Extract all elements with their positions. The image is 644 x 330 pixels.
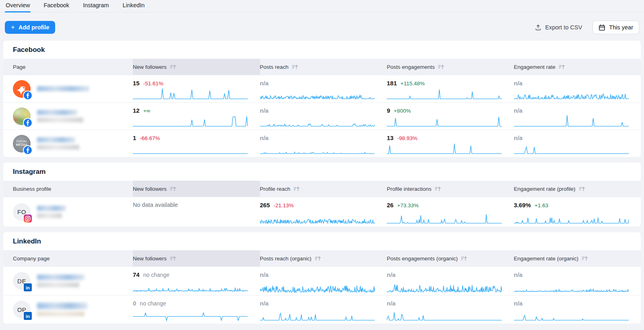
section-title: LinkedIn [3,232,641,250]
profile-avatar: OPin [13,301,31,318]
facebook-badge-icon [24,146,32,154]
metric-cell: 0no change [133,295,260,324]
column-header-label: New followers [133,64,167,70]
metric-value-line: 13-98.93% [387,134,502,141]
section-title: Instagram [3,163,641,181]
date-range-label: This year [609,24,633,31]
column-header-engagement-rate-profile[interactable]: Engagement rate (profile) [514,181,641,197]
facebook-badge-icon [24,119,32,127]
metric-cell: 3.69%+1.63 [514,197,641,227]
tab-overview[interactable]: Overview [5,2,31,12]
profile-avatar [13,80,31,98]
column-header-label: Page [13,64,26,70]
section-linkedin: LinkedInCompany pageNew followersPosts r… [3,232,641,324]
metric-value-line: 0no change [133,300,248,307]
column-header-entity: Page [3,59,133,75]
metric-value-line: n/a [387,271,502,278]
sections-container: FacebookPageNew followersPosts reachPost… [0,41,644,324]
metric-cell: 181+115.48% [387,75,514,102]
metric-value: n/a [260,300,269,307]
redacted-text-bar [37,145,79,150]
profile-name-redacted [37,274,85,287]
metric-value-line: 181+115.48% [387,80,502,87]
metric-value: n/a [260,134,269,141]
metric-value-line: n/a [514,134,629,141]
metric-value: n/a [260,107,269,114]
metric-value: 0 [133,300,136,307]
profile-cell [3,75,133,102]
sparkline-chart [514,114,629,128]
redacted-text-bar [37,274,85,280]
column-header-new-followers[interactable]: New followers [133,181,260,197]
metric-value: n/a [260,80,269,87]
metric-value-line: 26+73.33% [387,202,502,208]
date-range-button[interactable]: This year [592,21,639,34]
sparkline-chart [133,279,248,293]
no-data-label: No data available [133,202,178,208]
column-header-posts-engagements-organic[interactable]: Posts engagements (organic) [387,250,514,266]
metric-cell: n/a [387,267,514,295]
metric-cell: n/a [387,295,514,324]
metric-value-line: 3.69%+1.63 [514,202,629,208]
export-csv-label: Export to CSV [545,24,582,31]
redacted-text-bar [37,86,89,91]
sparkline-chart [387,87,502,100]
metric-value: 15 [133,80,140,87]
column-header-posts-reach-organic[interactable]: Posts reach (organic) [260,250,387,266]
metric-value-line: 265-21.13% [260,202,375,208]
metric-cell: 26+73.33% [387,197,514,227]
metric-value-line: n/a [260,134,375,141]
tab-facebook[interactable]: Facebook [43,2,70,12]
metric-cell: n/a [260,267,387,295]
metric-value-line: n/a [260,107,375,114]
calendar-icon [599,24,605,31]
export-csv-button[interactable]: Export to CSV [535,24,582,31]
column-header-posts-reach[interactable]: Posts reach [260,59,387,75]
metric-cell: No data available [133,197,260,227]
column-header-profile-reach[interactable]: Profile reach [260,181,387,197]
metric-value: 13 [387,134,394,141]
column-header-posts-engagements[interactable]: Posts engagements [387,59,514,75]
sparkline-chart [260,279,375,293]
facebook-badge-icon [24,91,32,99]
metric-change: +∞ [143,108,151,114]
redacted-text-bar [37,311,85,316]
metric-value: n/a [260,271,269,278]
column-header-label: Engagement rate [514,64,556,70]
column-header-new-followers[interactable]: New followers [133,250,260,266]
column-header-engagement-rate-organic[interactable]: Engagement rate (organic) [514,250,641,266]
table-row: OPin0no changen/an/an/a [3,295,641,324]
metric-cell: n/a [260,103,387,130]
add-profile-button[interactable]: + Add profile [5,21,55,34]
table-header: PageNew followersPosts reachPosts engage… [3,59,641,75]
metric-change: -51.61% [143,80,163,87]
profile-avatar: SOCIALMEDIA [13,135,31,153]
table-row: SOCIALMEDIA1-66.67%n/a13-98.93%n/a [3,130,641,157]
metric-value-line: n/a [260,271,375,278]
sparkline-chart [260,308,375,322]
sparkline-chart [133,114,248,128]
metric-value-line: n/a [260,300,375,307]
metric-change: +115.48% [400,80,425,87]
table-row: FONo data available265-21.13%26+73.33%3.… [3,197,641,227]
column-header-new-followers[interactable]: New followers [133,59,260,75]
tab-instagram[interactable]: Instagram [82,2,109,12]
column-header-label: Business profile [13,186,51,192]
column-header-entity: Company page [3,250,133,266]
sort-icon [559,64,565,70]
profile-name-redacted [37,110,83,122]
column-header-label: Posts reach (organic) [260,256,312,262]
column-header-engagement-rate[interactable]: Engagement rate [514,59,641,75]
metric-change: no change [143,272,169,278]
column-header-label: New followers [133,186,167,192]
linkedin-badge-icon: in [24,283,32,291]
tab-linkedin[interactable]: LinkedIn [122,2,146,12]
metric-cell: 12+∞ [133,103,260,130]
metric-value: 9 [387,107,390,114]
sort-icon [315,256,321,261]
metric-change: -66.67% [140,135,160,141]
metric-value-line: n/a [514,271,629,278]
sparkline-chart [514,141,629,155]
add-profile-label: Add profile [19,24,50,31]
column-header-profile-interactions[interactable]: Profile interactions [387,181,514,197]
